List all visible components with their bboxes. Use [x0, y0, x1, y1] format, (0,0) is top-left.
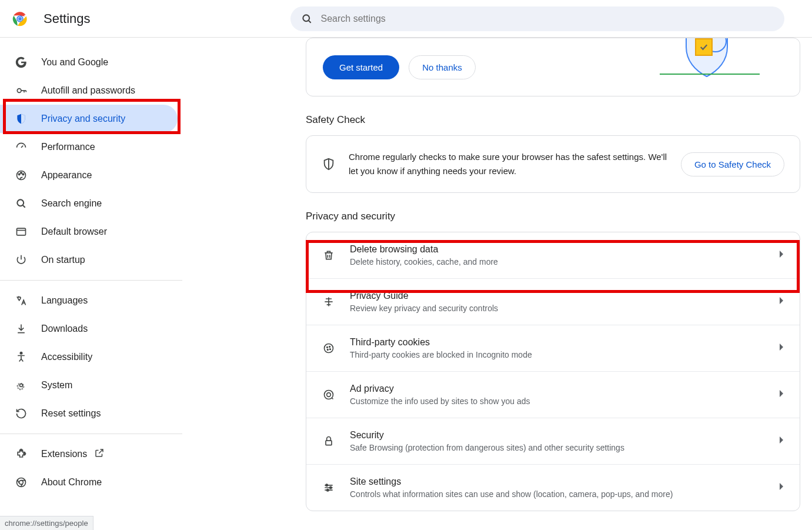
- sidebar-item-privacy-and-security[interactable]: Privacy and security: [0, 105, 178, 133]
- sidebar-item-search-engine[interactable]: Search engine: [0, 189, 178, 218]
- no-thanks-button[interactable]: No thanks: [409, 55, 476, 79]
- row-title: Delete browsing data: [350, 244, 764, 255]
- svg-point-14: [22, 174, 24, 175]
- chrome-icon: [14, 475, 28, 489]
- row-title: Site settings: [350, 476, 764, 487]
- guide-icon: [322, 295, 336, 309]
- sidebar-item-on-startup[interactable]: On startup: [0, 246, 178, 274]
- svg-point-4: [303, 15, 309, 21]
- sidebar-item-label: Downloads: [41, 324, 88, 334]
- sidebar-divider: [0, 434, 182, 434]
- sidebar-item-accessibility[interactable]: Accessibility: [0, 343, 178, 371]
- row-title: Privacy Guide: [350, 291, 764, 301]
- sidebar-item-extensions[interactable]: Extensions: [0, 440, 178, 468]
- status-bar: chrome://settings/people: [0, 516, 93, 530]
- browser-icon: [14, 225, 28, 239]
- sidebar-item-label: Extensions: [41, 449, 87, 459]
- svg-point-13: [21, 172, 22, 174]
- sidebar-item-label: Reset settings: [41, 408, 101, 419]
- promo-illustration: [654, 38, 783, 79]
- svg-point-21: [20, 384, 23, 387]
- svg-point-35: [327, 347, 328, 348]
- sidebar-item-label: You and Google: [41, 57, 108, 68]
- chevron-right-icon: [778, 436, 784, 446]
- row-subtitle: Controls what information sites can use …: [350, 489, 764, 499]
- sidebar-item-label: Privacy and security: [41, 114, 125, 124]
- sidebar-item-label: Appearance: [41, 170, 92, 181]
- search-input[interactable]: [321, 14, 774, 24]
- row-subtitle: Review key privacy and security controls: [350, 304, 764, 313]
- svg-point-20: [20, 352, 22, 354]
- search-icon: [14, 196, 28, 211]
- appearance-icon: [14, 168, 28, 182]
- get-started-button[interactable]: Get started: [323, 55, 399, 79]
- svg-point-47: [327, 489, 329, 491]
- privacy-section-heading: Privacy and security: [306, 211, 800, 222]
- svg-point-45: [330, 486, 332, 488]
- main-content: Get started No thanks Safety Check Chrom…: [182, 38, 812, 530]
- accessibility-icon: [14, 350, 28, 364]
- page-title: Settings: [44, 11, 91, 26]
- adprivacy-icon: [322, 388, 336, 402]
- privacy-row-privacy-guide[interactable]: Privacy GuideReview key privacy and secu…: [306, 279, 800, 325]
- sidebar-item-label: Search engine: [41, 198, 102, 209]
- chevron-right-icon: [778, 389, 784, 400]
- sidebar-divider: [0, 280, 182, 281]
- svg-line-27: [17, 479, 19, 484]
- go-to-safety-check-button[interactable]: Go to Safety Check: [681, 152, 784, 176]
- sidebar-item-downloads[interactable]: Downloads: [0, 315, 178, 343]
- sidebar-item-label: About Chrome: [41, 477, 102, 488]
- search-icon: [301, 13, 313, 25]
- chevron-right-icon: [778, 343, 784, 354]
- sidebar-item-label: On startup: [41, 255, 85, 265]
- row-subtitle: Third-party cookies are blocked in Incog…: [350, 350, 764, 359]
- svg-point-36: [329, 346, 330, 348]
- search-box[interactable]: [290, 6, 784, 31]
- svg-point-15: [17, 199, 24, 206]
- sidebar-item-languages[interactable]: Languages: [0, 286, 178, 315]
- sidebar-item-autofill-and-passwords[interactable]: Autofill and passwords: [0, 76, 178, 105]
- privacy-row-site-settings[interactable]: Site settingsControls what information s…: [306, 465, 800, 511]
- reset-icon: [14, 406, 28, 421]
- performance-icon: [14, 140, 28, 154]
- sidebar-item-label: Default browser: [41, 226, 107, 237]
- sidebar-item-about-chrome[interactable]: About Chrome: [0, 468, 178, 496]
- sidebar-item-label: System: [41, 380, 72, 391]
- google-icon: [14, 55, 28, 69]
- svg-rect-41: [326, 441, 332, 445]
- svg-point-40: [327, 393, 331, 397]
- sidebar-item-label: Languages: [41, 295, 88, 306]
- svg-point-3: [18, 17, 22, 21]
- row-subtitle: Safe Browsing (protection from dangerous…: [350, 443, 764, 452]
- chrome-logo-icon: [12, 11, 28, 27]
- trash-icon: [322, 248, 336, 262]
- privacy-row-delete-browsing-data[interactable]: Delete browsing dataDelete history, cook…: [306, 232, 800, 279]
- sidebar-item-label: Autofill and passwords: [41, 85, 135, 96]
- svg-point-38: [330, 349, 331, 350]
- privacy-row-security[interactable]: SecuritySafe Browsing (protection from d…: [306, 418, 800, 465]
- svg-line-10: [21, 146, 23, 148]
- sidebar-item-label: Accessibility: [41, 352, 92, 362]
- row-title: Security: [350, 430, 764, 441]
- row-subtitle: Delete history, cookies, cache, and more: [350, 257, 764, 266]
- safety-check-card: Chrome regularly checks to make sure you…: [306, 135, 800, 193]
- row-title: Ad privacy: [350, 384, 764, 394]
- download-icon: [14, 322, 28, 336]
- promo-card: Get started No thanks: [306, 38, 800, 96]
- system-icon: [14, 378, 28, 392]
- sidebar: You and GoogleAutofill and passwordsPriv…: [0, 38, 182, 530]
- privacy-row-third-party-cookies[interactable]: Third-party cookiesThird-party cookies a…: [306, 325, 800, 372]
- sidebar-item-reset-settings[interactable]: Reset settings: [0, 399, 178, 428]
- chevron-right-icon: [778, 250, 784, 261]
- sidebar-item-system[interactable]: System: [0, 371, 178, 399]
- shield-icon: [14, 112, 28, 126]
- chevron-right-icon: [778, 482, 784, 493]
- safety-check-heading: Safety Check: [306, 114, 800, 126]
- privacy-row-ad-privacy[interactable]: Ad privacyCustomize the info used by sit…: [306, 372, 800, 418]
- sidebar-item-label: Performance: [41, 142, 95, 152]
- sidebar-item-you-and-google[interactable]: You and Google: [0, 48, 178, 76]
- sidebar-item-default-browser[interactable]: Default browser: [0, 218, 178, 246]
- extensions-icon: [14, 447, 28, 461]
- sidebar-item-performance[interactable]: Performance: [0, 133, 178, 161]
- sidebar-item-appearance[interactable]: Appearance: [0, 161, 178, 189]
